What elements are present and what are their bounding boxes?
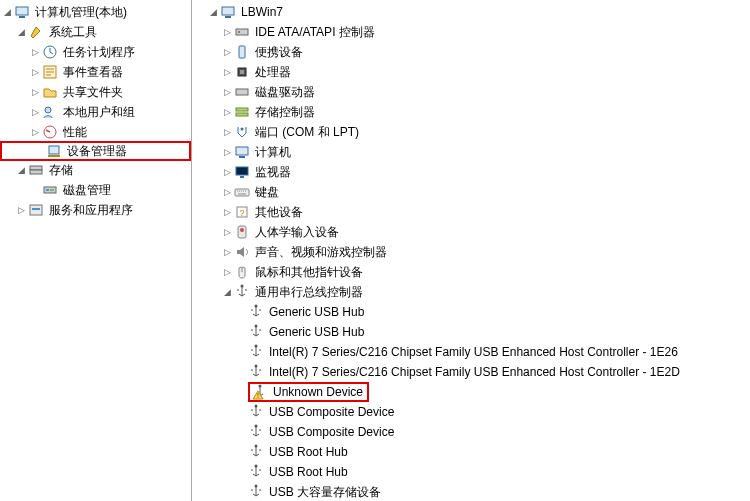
chevron-right-icon[interactable]: ▷ [220,25,234,39]
computer-management-icon [14,4,30,20]
tree-item-shared-folders[interactable]: ▷ 共享文件夹 [0,82,191,102]
tree-item-task-scheduler[interactable]: ▷ 任务计划程序 [0,42,191,62]
chevron-right-icon[interactable]: ▷ [28,105,42,119]
device-item-usb[interactable]: ▷USB Composite Device [192,402,750,422]
device-category-other-devices[interactable]: ▷ ? 其他设备 [192,202,750,222]
tree-item-device-manager[interactable]: ▷ 设备管理器 [0,141,191,161]
device-item-usb[interactable]: ▷USB Composite Device [192,422,750,442]
svg-text:!: ! [257,392,259,399]
disk-drive-icon [234,84,250,100]
device-category-processors[interactable]: ▷ 处理器 [192,62,750,82]
device-item-usb[interactable]: ▷Generic USB Hub [192,302,750,322]
svg-point-43 [255,425,258,428]
svg-point-38 [255,345,258,348]
chevron-right-icon[interactable]: ▷ [220,45,234,59]
device-category-ide-ata[interactable]: ▷ IDE ATA/ATAPI 控制器 [192,22,750,42]
device-item-usb[interactable]: ▷USB Root Hub [192,462,750,482]
chevron-right-icon[interactable]: ▷ [220,105,234,119]
svg-point-44 [255,445,258,448]
device-item-usb[interactable]: ▷Generic USB Hub [192,322,750,342]
device-category-sound[interactable]: ▷ 声音、视频和游戏控制器 [192,242,750,262]
chevron-right-icon[interactable]: ▷ [220,145,234,159]
device-category-computer[interactable]: ▷ 计算机 [192,142,750,162]
tree-label: 通用串行总线控制器 [253,283,365,302]
svg-rect-8 [30,166,42,170]
svg-rect-30 [235,189,249,196]
svg-rect-22 [236,89,248,95]
tree-label: 键盘 [253,183,281,202]
chevron-right-icon[interactable]: ▷ [28,45,42,59]
svg-rect-15 [222,7,234,15]
device-tree-root[interactable]: ◢ LBWin7 [192,2,750,22]
chevron-down-icon[interactable]: ◢ [14,163,28,177]
tree-label: 性能 [61,123,89,142]
disk-management-icon [42,182,58,198]
device-category-ports[interactable]: ▷ 端口 (COM 和 LPT) [192,122,750,142]
svg-point-42 [255,405,258,408]
tree-item-disk-management[interactable]: ▷ 磁盘管理 [0,180,191,200]
chevron-right-icon[interactable]: ▷ [28,65,42,79]
tree-label: 计算机管理(本地) [33,3,129,22]
device-item-usb[interactable]: ▷Intel(R) 7 Series/C216 Chipset Family U… [192,342,750,362]
tree-item-performance[interactable]: ▷ 性能 [0,122,191,142]
users-icon [42,104,58,120]
tree-label: USB Root Hub [267,444,350,460]
svg-rect-6 [49,146,59,154]
device-item-usb[interactable]: ▷USB Root Hub [192,442,750,462]
performance-icon [42,124,58,140]
tree-label: 共享文件夹 [61,83,125,102]
tree-item-storage[interactable]: ◢ 存储 [0,160,191,180]
svg-point-37 [255,325,258,328]
storage-icon [28,162,44,178]
chevron-right-icon[interactable]: ▷ [220,265,234,279]
chevron-right-icon[interactable]: ▷ [220,125,234,139]
device-category-usb-controllers[interactable]: ◢ 通用串行总线控制器 [192,282,750,302]
chevron-right-icon[interactable]: ▷ [220,225,234,239]
chevron-right-icon[interactable]: ▷ [14,203,28,217]
svg-rect-28 [236,167,248,175]
tree-label: 系统工具 [47,23,99,42]
tree-item-computer-management[interactable]: ◢ 计算机管理(本地) [0,2,191,22]
chevron-right-icon[interactable]: ▷ [28,85,42,99]
left-tree-pane: ◢ 计算机管理(本地) ◢ 系统工具 ▷ 任务计划程序 ▷ 事件查看器 ▷ [0,0,192,501]
tree-label: 人体学输入设备 [253,223,341,242]
tree-label: 处理器 [253,63,293,82]
svg-rect-27 [239,156,245,158]
device-category-storage-controllers[interactable]: ▷ 存储控制器 [192,102,750,122]
tree-label: IDE ATA/ATAPI 控制器 [253,23,377,42]
chevron-right-icon[interactable]: ▷ [220,185,234,199]
tree-item-local-users[interactable]: ▷ 本地用户和组 [0,102,191,122]
device-category-disk-drives[interactable]: ▷ 磁盘驱动器 [192,82,750,102]
device-category-monitors[interactable]: ▷ 监视器 [192,162,750,182]
computer-icon [220,4,236,20]
device-item-usb[interactable]: ▷USB 大容量存储设备 [192,482,750,501]
chevron-right-icon[interactable]: ▷ [220,205,234,219]
chevron-right-icon[interactable]: ▷ [28,125,42,139]
device-category-hid[interactable]: ▷ 人体学输入设备 [192,222,750,242]
chevron-right-icon[interactable]: ▷ [220,165,234,179]
svg-rect-17 [236,29,248,35]
usb-children-container: ▷Generic USB Hub▷Generic USB Hub▷Intel(R… [192,302,750,501]
device-item-usb[interactable]: ▷Intel(R) 7 Series/C216 Chipset Family U… [192,362,750,382]
chevron-right-icon[interactable]: ▷ [220,65,234,79]
tree-label: 其他设备 [253,203,305,222]
hid-icon [234,224,250,240]
device-category-mice[interactable]: ▷ 鼠标和其他指针设备 [192,262,750,282]
usb-device-icon [248,464,264,480]
tree-item-system-tools[interactable]: ◢ 系统工具 [0,22,191,42]
chevron-down-icon[interactable]: ◢ [0,5,14,19]
device-category-keyboards[interactable]: ▷ 键盘 [192,182,750,202]
tree-item-services-apps[interactable]: ▷ 服务和应用程序 [0,200,191,220]
chevron-right-icon[interactable]: ▷ [220,85,234,99]
tree-item-event-viewer[interactable]: ▷ 事件查看器 [0,62,191,82]
tree-label: Unknown Device [271,384,365,400]
device-item-usb[interactable]: ▷!Unknown Device [192,382,750,402]
chevron-down-icon[interactable]: ◢ [206,5,220,19]
device-category-portable[interactable]: ▷ 便携设备 [192,42,750,62]
chevron-down-icon[interactable]: ◢ [14,25,28,39]
usb-device-icon [248,324,264,340]
highlighted-unknown-device[interactable]: !Unknown Device [248,382,369,402]
chevron-down-icon[interactable]: ◢ [220,285,234,299]
device-manager-icon [46,143,62,159]
chevron-right-icon[interactable]: ▷ [220,245,234,259]
